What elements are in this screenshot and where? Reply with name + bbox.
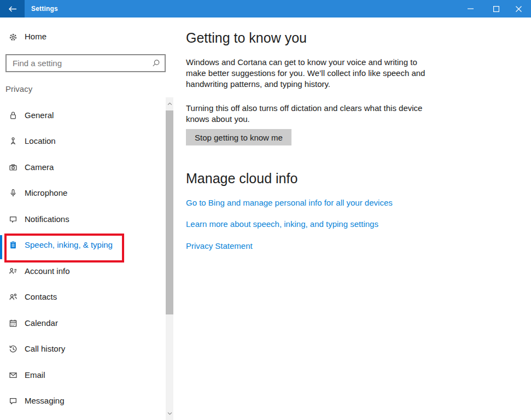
sidebar-item-email[interactable]: Email xyxy=(0,363,166,388)
location-icon xyxy=(8,136,18,146)
sidebar-item-call-history[interactable]: Call history xyxy=(0,336,166,362)
sidebar-item-label: Location xyxy=(25,136,56,145)
maximize-icon xyxy=(493,6,499,12)
messaging-icon xyxy=(8,396,18,406)
sidebar-item-account-info[interactable]: Account info xyxy=(0,259,166,284)
sidebar-home-label: Home xyxy=(25,32,46,41)
sidebar-item-home[interactable]: Home xyxy=(0,24,166,50)
sidebar-item-general[interactable]: General xyxy=(0,103,166,129)
sidebar-item-label: Contacts xyxy=(25,292,57,301)
sidebar-item-label: Email xyxy=(25,370,45,380)
camera-icon xyxy=(8,162,18,172)
sidebar-item-label: Microphone xyxy=(25,188,67,197)
search-icon[interactable] xyxy=(151,59,161,68)
stop-getting-to-know-me-button[interactable]: Stop getting to know me xyxy=(186,129,291,145)
maximize-button[interactable] xyxy=(483,0,509,18)
minimize-button[interactable] xyxy=(458,0,483,18)
back-button[interactable] xyxy=(0,0,25,18)
email-icon xyxy=(8,370,18,380)
bing-manage-personal-info-link[interactable]: Go to Bing and manage personal info for … xyxy=(186,198,393,207)
learn-more-speech-settings-link[interactable]: Learn more about speech, inking, and typ… xyxy=(186,219,378,229)
sidebar-item-camera[interactable]: Camera xyxy=(0,155,166,180)
scroll-up-button[interactable] xyxy=(166,100,173,108)
lock-icon xyxy=(8,110,18,120)
scroll-down-button[interactable] xyxy=(166,409,173,418)
chevron-up-icon xyxy=(167,102,172,106)
sidebar-item-label: Calendar xyxy=(25,318,58,328)
sidebar-item-microphone[interactable]: Microphone xyxy=(0,180,166,206)
sidebar-item-label: Notifications xyxy=(25,214,69,224)
sidebar-item-label: Speech, inking, & typing xyxy=(25,240,113,249)
sidebar-item-messaging[interactable]: Messaging xyxy=(0,388,166,414)
sidebar-scrollbar[interactable] xyxy=(166,97,173,420)
sidebar-item-notifications[interactable]: Notifications xyxy=(0,207,166,232)
gear-icon xyxy=(8,32,18,42)
sidebar-item-label: Call history xyxy=(25,344,65,353)
close-icon xyxy=(516,6,522,12)
clipboard-icon xyxy=(8,240,18,250)
privacy-section-label: Privacy xyxy=(5,84,32,94)
sidebar-item-location[interactable]: Location xyxy=(0,129,166,154)
account-info-icon xyxy=(8,266,18,276)
minimize-icon xyxy=(468,8,474,9)
titlebar: Settings xyxy=(0,0,531,18)
search-box xyxy=(5,54,166,72)
chevron-down-icon xyxy=(167,412,172,415)
sidebar-item-contacts[interactable]: Contacts xyxy=(0,284,166,310)
sidebar-item-label: General xyxy=(25,110,54,120)
selected-item-accent-bar xyxy=(0,235,2,259)
back-arrow-icon xyxy=(8,5,17,13)
notification-bubble-icon xyxy=(8,214,18,224)
sidebar-item-label: Account info xyxy=(25,266,70,276)
search-input[interactable] xyxy=(7,55,156,71)
calendar-icon xyxy=(8,318,18,328)
intro-paragraph: Windows and Cortana can get to know your… xyxy=(186,57,430,90)
sidebar-item-calendar[interactable]: Calendar xyxy=(0,311,166,336)
microphone-icon xyxy=(8,188,18,198)
privacy-statement-link[interactable]: Privacy Statement xyxy=(186,241,253,250)
close-button[interactable] xyxy=(506,0,531,18)
page-title-getting-to-know-you: Getting to know you xyxy=(186,30,307,46)
scrollbar-thumb[interactable] xyxy=(166,110,173,314)
window-title: Settings xyxy=(31,0,58,18)
sidebar-item-label: Camera xyxy=(25,162,54,172)
contacts-icon xyxy=(8,292,18,302)
turn-off-paragraph: Turning this off also turns off dictatio… xyxy=(186,103,430,125)
sidebar-item-speech-inking-typing[interactable]: Speech, inking, & typing xyxy=(0,232,166,258)
manage-cloud-info-heading: Manage cloud info xyxy=(186,171,297,186)
call-history-icon xyxy=(8,344,18,354)
sidebar-item-label: Messaging xyxy=(25,396,65,405)
